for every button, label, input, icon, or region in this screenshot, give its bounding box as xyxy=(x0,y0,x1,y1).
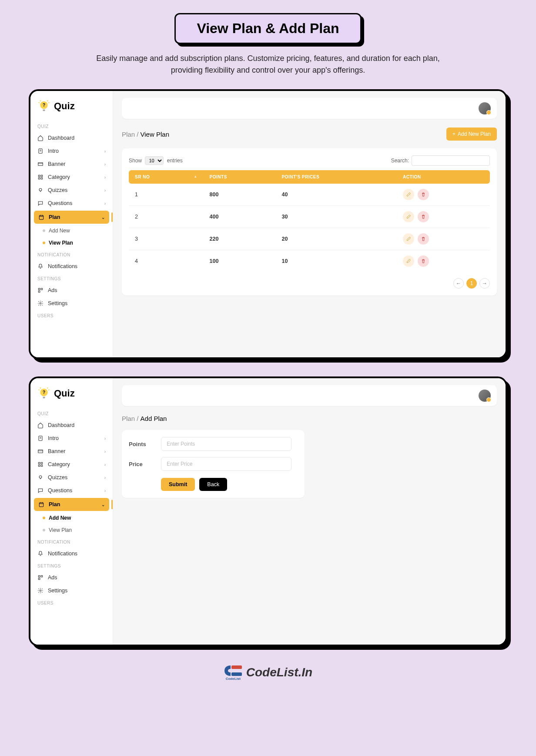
sidebar-item-banner[interactable]: Banner› xyxy=(30,445,113,458)
main-content: Plan / View Plan +Add New Plan Show 10 e… xyxy=(113,91,506,357)
sidebar-subitem-label: Add New xyxy=(49,228,70,234)
cell-price: 10 xyxy=(275,250,397,272)
sidebar-item-quizzes[interactable]: Quizzes› xyxy=(30,184,113,197)
page-next-button[interactable]: → xyxy=(479,278,490,289)
cell-points: 220 xyxy=(204,228,276,250)
cell-sr: 4 xyxy=(129,250,204,272)
page-prev-button[interactable]: ← xyxy=(453,278,464,289)
sidebar-item-label: Dashboard xyxy=(48,422,74,428)
bulb-small-icon xyxy=(37,474,44,480)
section-users: USERS xyxy=(30,597,113,608)
avatar[interactable] xyxy=(479,102,491,114)
sidebar-item-intro[interactable]: Intro› xyxy=(30,144,113,158)
table-card: Show 10 entries Search: SR NO▲ POINTS PO… xyxy=(122,148,497,296)
table-row: 1 800 40 xyxy=(129,184,490,206)
chevron-right-icon: › xyxy=(104,201,106,206)
sidebar-item-notifications[interactable]: Notifications xyxy=(30,547,113,560)
section-users: USERS xyxy=(30,310,113,321)
back-button[interactable]: Back xyxy=(199,478,227,491)
chevron-right-icon: › xyxy=(104,188,106,193)
svg-rect-21 xyxy=(41,465,43,467)
plans-table: SR NO▲ POINTS POINT'S PRICES ACTION 1 80… xyxy=(129,170,490,272)
col-action: ACTION xyxy=(397,170,490,184)
page-1-button[interactable]: 1 xyxy=(466,278,477,289)
sidebar: ? Quiz QUIZ Dashboard Intro› Banner› Cat… xyxy=(30,91,113,357)
chat-icon xyxy=(37,200,44,206)
avatar[interactable] xyxy=(479,390,491,402)
add-button-label: Add New Plan xyxy=(458,131,491,137)
sidebar-item-label: Questions xyxy=(48,200,72,206)
sidebar-item-dashboard[interactable]: Dashboard xyxy=(30,419,113,432)
sidebar-subitem-add-new[interactable]: Add New xyxy=(30,512,113,524)
add-plan-panel: ? Quiz QUIZ Dashboard Intro› Banner› Cat… xyxy=(29,376,507,646)
col-points[interactable]: POINTS xyxy=(204,170,276,184)
cell-points: 800 xyxy=(204,184,276,206)
chevron-right-icon: › xyxy=(104,462,106,467)
search-input[interactable] xyxy=(412,155,490,166)
sidebar-item-settings[interactable]: Settings xyxy=(30,584,113,597)
sidebar-subitem-view-plan[interactable]: View Plan xyxy=(30,524,113,536)
sidebar-item-dashboard[interactable]: Dashboard xyxy=(30,131,113,144)
sidebar-item-label: Quizzes xyxy=(48,474,67,480)
sidebar-item-category[interactable]: Category› xyxy=(30,171,113,184)
cell-action xyxy=(397,206,490,228)
edit-button[interactable] xyxy=(403,211,414,222)
sidebar-item-ads[interactable]: Ads xyxy=(30,571,113,584)
col-prices[interactable]: POINT'S PRICES xyxy=(275,170,397,184)
delete-button[interactable] xyxy=(418,189,429,200)
table-row: 3 220 20 xyxy=(129,228,490,250)
section-notification: NOTIFICATION xyxy=(30,249,113,260)
view-plan-panel: ? Quiz QUIZ Dashboard Intro› Banner› Cat… xyxy=(29,89,507,359)
banner-icon xyxy=(37,161,44,167)
submit-button[interactable]: Submit xyxy=(161,478,195,491)
grid-icon xyxy=(37,174,44,180)
cell-action xyxy=(397,184,490,206)
sidebar-item-questions[interactable]: Questions› xyxy=(30,484,113,497)
doc-icon xyxy=(37,148,44,154)
cell-action xyxy=(397,228,490,250)
sidebar-item-label: Plan xyxy=(49,214,60,220)
sidebar-item-notifications[interactable]: Notifications xyxy=(30,260,113,273)
logo: ? Quiz xyxy=(30,97,113,121)
cell-sr: 3 xyxy=(129,228,204,250)
sidebar-item-quizzes[interactable]: Quizzes› xyxy=(30,471,113,484)
sidebar-subitem-add-new[interactable]: Add New xyxy=(30,225,113,237)
delete-button[interactable] xyxy=(418,233,429,245)
svg-rect-10 xyxy=(38,288,40,290)
entries-select[interactable]: 10 xyxy=(145,156,164,165)
sidebar-item-banner[interactable]: Banner› xyxy=(30,158,113,171)
section-settings: SETTINGS xyxy=(30,560,113,571)
svg-rect-17 xyxy=(38,450,43,453)
delete-button[interactable] xyxy=(418,211,429,222)
sidebar-item-ads[interactable]: Ads xyxy=(30,284,113,297)
edit-button[interactable] xyxy=(403,233,414,245)
app-name: Quiz xyxy=(54,388,75,399)
svg-rect-18 xyxy=(38,462,40,464)
sidebar-item-label: Category xyxy=(48,174,70,180)
sidebar-item-questions[interactable]: Questions› xyxy=(30,197,113,210)
cell-points: 400 xyxy=(204,206,276,228)
sidebar-item-plan[interactable]: Plan⌄ xyxy=(34,211,109,224)
sidebar-subitem-view-plan[interactable]: View Plan xyxy=(30,237,113,249)
sidebar-item-category[interactable]: Category› xyxy=(30,458,113,471)
col-sr[interactable]: SR NO▲ xyxy=(129,170,204,184)
sidebar-item-settings[interactable]: Settings xyxy=(30,297,113,310)
breadcrumb-root: Plan xyxy=(122,131,135,138)
sidebar-item-label: Ads xyxy=(48,287,57,293)
cell-sr: 1 xyxy=(129,184,204,206)
dot-icon xyxy=(43,242,45,244)
svg-rect-9 xyxy=(39,215,43,219)
svg-rect-29 xyxy=(231,672,242,676)
sidebar-item-intro[interactable]: Intro› xyxy=(30,432,113,445)
add-new-plan-button[interactable]: +Add New Plan xyxy=(446,128,497,141)
points-input[interactable] xyxy=(161,437,291,451)
sidebar-item-plan[interactable]: Plan⌄ xyxy=(34,498,109,511)
footer-brand: CodeList CodeList.In xyxy=(13,664,523,681)
breadcrumb-root: Plan xyxy=(122,415,135,422)
sidebar-item-label: Notifications xyxy=(48,551,77,557)
edit-button[interactable] xyxy=(403,255,414,267)
price-input[interactable] xyxy=(161,457,291,471)
delete-button[interactable] xyxy=(418,255,429,267)
edit-button[interactable] xyxy=(403,189,414,200)
section-settings: SETTINGS xyxy=(30,273,113,284)
